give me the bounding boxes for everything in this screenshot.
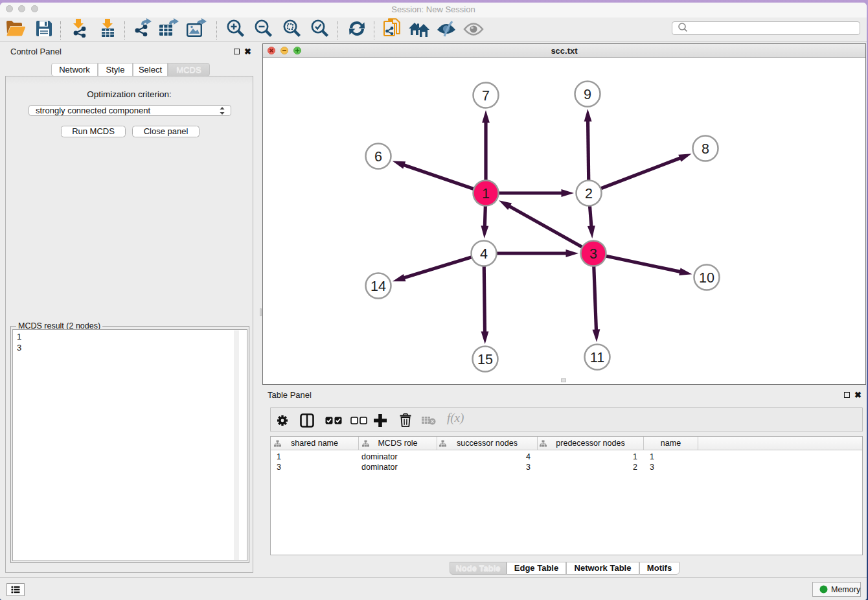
svg-text:1: 1 — [482, 186, 490, 202]
svg-text:15: 15 — [477, 352, 493, 367]
svg-text:8: 8 — [702, 141, 709, 157]
svg-text:10: 10 — [699, 270, 714, 286]
svg-text:4: 4 — [480, 246, 488, 262]
svg-text:6: 6 — [374, 149, 382, 165]
svg-text:14: 14 — [371, 279, 386, 294]
svg-text:2: 2 — [585, 186, 593, 202]
svg-text:9: 9 — [584, 87, 591, 102]
svg-text:7: 7 — [482, 88, 490, 104]
svg-text:11: 11 — [590, 350, 604, 365]
svg-text:3: 3 — [589, 246, 597, 262]
